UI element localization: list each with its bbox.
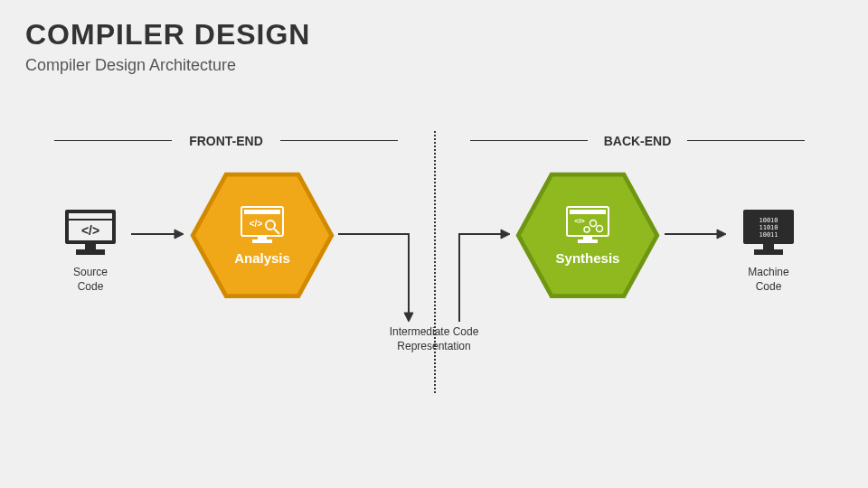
- svg-rect-15: [252, 239, 272, 243]
- synthesis-label: Synthesis: [556, 250, 620, 266]
- monitor-code-icon: </>: [61, 208, 119, 257]
- svg-rect-1: [69, 213, 112, 219]
- machine-caption-line2: Code: [732, 280, 805, 295]
- svg-point-12: [266, 221, 275, 230]
- rule-back-right: [687, 140, 805, 141]
- svg-point-22: [590, 220, 597, 226]
- analysis-label: Analysis: [234, 250, 290, 266]
- svg-marker-17: [501, 230, 510, 239]
- vertical-divider: [434, 131, 436, 393]
- svg-rect-4: [85, 244, 96, 249]
- synthesis-hexagon: </> Synthesis: [515, 172, 660, 298]
- svg-marker-7: [175, 230, 184, 239]
- svg-text:11010: 11010: [759, 224, 778, 231]
- svg-line-13: [274, 229, 279, 234]
- svg-marker-16: [404, 313, 413, 322]
- arrow-synthesis-to-machine: [665, 228, 728, 240]
- svg-rect-10: [244, 210, 280, 214]
- svg-marker-28: [717, 230, 726, 239]
- section-label-front: FRONT-END: [181, 134, 271, 148]
- machine-code-node: 10010 11010 10011 Machine Code: [732, 208, 805, 294]
- svg-rect-14: [258, 236, 267, 239]
- intermediate-label: Intermediate Code Representation: [371, 325, 497, 353]
- rule-front-right: [280, 140, 398, 141]
- svg-point-24: [584, 227, 590, 232]
- svg-text:</>: </>: [250, 219, 263, 229]
- arrow-intermediate-to-synthesis: [450, 228, 514, 327]
- arrow-source-to-analysis: [131, 228, 185, 240]
- svg-rect-26: [578, 239, 598, 243]
- svg-text:</>: </>: [81, 223, 99, 238]
- page-subtitle: Compiler Design Architecture: [25, 56, 236, 75]
- arrow-analysis-to-intermediate: [336, 228, 427, 327]
- svg-rect-35: [754, 249, 783, 255]
- machine-caption-line1: Machine: [732, 266, 805, 280]
- analysis-hexagon: </> Analysis: [190, 172, 335, 298]
- synthesis-screen-icon: </>: [563, 205, 612, 245]
- svg-text:10011: 10011: [759, 231, 778, 239]
- monitor-binary-icon: 10010 11010 10011: [740, 208, 797, 257]
- rule-back-left: [470, 140, 588, 141]
- svg-text:</>: </>: [574, 217, 585, 225]
- svg-text:10010: 10010: [759, 217, 778, 224]
- svg-rect-5: [76, 249, 105, 255]
- source-code-node: </> Source Code: [54, 208, 127, 294]
- source-caption-line1: Source: [54, 266, 127, 280]
- svg-rect-20: [570, 210, 606, 214]
- rule-front-left: [54, 140, 172, 141]
- section-label-back: BACK-END: [597, 134, 678, 148]
- svg-rect-34: [763, 244, 774, 249]
- svg-point-23: [597, 225, 603, 231]
- svg-rect-25: [583, 236, 592, 239]
- intermediate-line2: Representation: [371, 340, 497, 354]
- source-caption-line2: Code: [54, 280, 127, 295]
- intermediate-line1: Intermediate Code: [371, 325, 497, 340]
- analysis-screen-icon: </>: [238, 205, 287, 245]
- page-title: COMPILER DESIGN: [25, 18, 310, 52]
